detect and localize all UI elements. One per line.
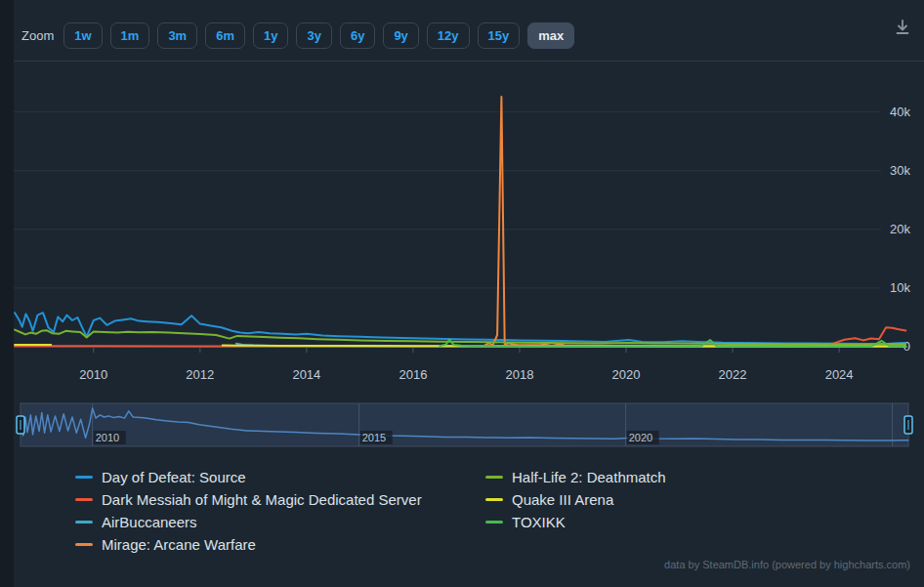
legend-marker-icon: [75, 498, 93, 501]
legend-item-day-of-defeat-source[interactable]: Day of Defeat: Source: [75, 466, 422, 488]
legend-marker-icon: [75, 543, 93, 546]
legend-item-dark-messiah-of-might-magic-dedicated-server[interactable]: Dark Messiah of Might & Magic Dedicated …: [75, 488, 422, 511]
y-axis-label: 40k: [890, 105, 910, 119]
x-axis-label: 2010: [79, 367, 107, 382]
legend-label: Mirage: Arcane Warfare: [102, 536, 256, 553]
legend-item-mirage-arcane-warfare[interactable]: Mirage: Arcane Warfare: [75, 533, 422, 556]
legend-marker-icon: [485, 476, 503, 479]
navigator-axis-label: 2020: [629, 432, 652, 443]
y-axis-label: 10k: [890, 280, 910, 295]
legend-label: Dark Messiah of Might & Magic Dedicated …: [102, 491, 422, 508]
legend-item-airbuccaneers[interactable]: AirBuccaneers: [75, 511, 422, 533]
series-line-half-life-2-deathmatch: [15, 330, 905, 345]
chart-panel: Zoom 1w1m3m6m1y3y6y9y12y15ymax 010k20k30…: [14, 0, 924, 587]
x-axis-label: 2016: [399, 367, 427, 382]
legend-column-1: Day of Defeat: SourceDark Messiah of Mig…: [75, 466, 422, 556]
legend-marker-icon: [75, 476, 93, 479]
legend-marker-icon: [485, 498, 503, 501]
y-axis-label: 30k: [890, 163, 910, 178]
legend-item-half-life-2-deathmatch[interactable]: Half-Life 2: Deathmatch: [485, 466, 666, 488]
legend-label: Day of Defeat: Source: [102, 469, 246, 485]
series-line-day-of-defeat-source: [15, 313, 905, 344]
x-axis-label: 2012: [186, 367, 214, 382]
legend-label: Half-Life 2: Deathmatch: [512, 469, 666, 485]
legend-marker-icon: [485, 521, 503, 524]
series-line-mirage-arcane-warfare: [485, 97, 906, 347]
legend-label: Quake III Arena: [512, 491, 613, 508]
legend-label: AirBuccaneers: [102, 514, 197, 530]
navigator-axis-label: 2010: [96, 432, 119, 443]
x-axis-label: 2014: [292, 367, 320, 382]
legend-column-2: Half-Life 2: DeathmatchQuake III ArenaTO…: [485, 466, 666, 533]
legend-item-toxikk[interactable]: TOXIKK: [485, 511, 666, 533]
legend-label: TOXIKK: [512, 514, 566, 530]
x-axis-label: 2022: [719, 367, 747, 382]
navigator-axis-label: 2015: [362, 432, 386, 443]
x-axis-label: 2020: [612, 367, 641, 382]
credits-text: data by SteamDB.info (powered by highcha…: [664, 559, 910, 570]
x-axis-label: 2018: [506, 367, 534, 382]
x-axis-label: 2024: [825, 367, 854, 382]
y-axis-label: 20k: [890, 222, 910, 236]
legend-marker-icon: [75, 521, 93, 524]
legend-item-quake-iii-arena[interactable]: Quake III Arena: [485, 488, 666, 511]
